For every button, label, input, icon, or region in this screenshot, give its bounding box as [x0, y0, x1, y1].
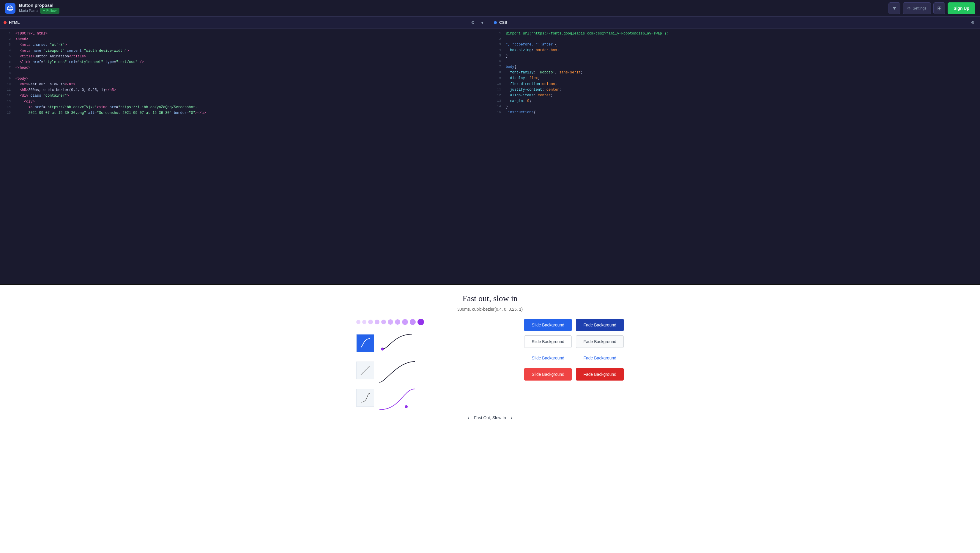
slide-bg-button-3[interactable]: Slide Background	[524, 352, 572, 364]
code-line: 14}	[490, 104, 980, 110]
html-panel-title: HTML	[9, 20, 20, 25]
code-line: 3 <meta charset="utf-8">	[0, 42, 490, 48]
code-line: 5 <title>Button Animation</title>	[0, 54, 490, 59]
curve-group-3	[356, 386, 418, 410]
html-code-area[interactable]: 1<!DOCTYPE html> 2<head> 3 <meta charset…	[0, 29, 490, 284]
preview-nav: ‹ Fast Out, Slow In ›	[468, 414, 512, 421]
project-info: Button proposal Maria Parra Follow	[19, 3, 59, 14]
heart-icon: ♥	[893, 5, 896, 11]
curve-diagram-3	[377, 386, 418, 410]
css-panel-actions: ⚙	[969, 20, 977, 25]
dot-8	[402, 319, 408, 325]
grid-icon: ⊞	[937, 5, 942, 11]
curve-diagram-2	[377, 359, 418, 382]
fade-bg-button-2[interactable]: Fade Background	[576, 335, 624, 348]
code-line: 8	[0, 71, 490, 76]
css-settings-button[interactable]: ⚙	[969, 20, 977, 25]
slide-bg-button-1[interactable]: Slide Background	[524, 319, 572, 331]
slide-bg-button-4[interactable]: Slide Background	[524, 368, 572, 381]
fade-bg-button-4[interactable]: Fade Background	[576, 368, 624, 381]
code-line: 7</head>	[0, 65, 490, 71]
topbar-actions: ♥ ⚙ Settings ⊞ Sign Up	[888, 2, 975, 14]
nav-label: Fast Out, Slow In	[474, 415, 506, 420]
dot-9	[410, 319, 416, 325]
code-line: 10 flex-direction:column;	[490, 81, 980, 87]
html-panel-header: HTML ⚙ ▼	[0, 17, 490, 29]
code-line: 1<!DOCTYPE html>	[0, 31, 490, 37]
settings-button[interactable]: ⚙ Settings	[903, 2, 931, 14]
curve-group-2	[356, 359, 418, 382]
code-line: 2<head>	[0, 37, 490, 42]
code-line: 7body{	[490, 64, 980, 70]
code-line: 10 <h2>Fast out, slow in</h2>	[0, 82, 490, 88]
code-line: 12 <div class="container">	[0, 93, 490, 99]
nav-prev-button[interactable]: ‹	[468, 414, 469, 421]
slide-bg-button-2[interactable]: Slide Background	[524, 335, 572, 348]
preview-subtitle: 300ms, cubic-bezier(0.4, 0, 0.25, 1)	[457, 307, 523, 312]
code-line: 9 display: flex;	[490, 75, 980, 81]
settings-label: Settings	[913, 6, 926, 10]
dot-5	[381, 320, 386, 324]
css-code-area[interactable]: 1@import url('https://fonts.googleapis.c…	[490, 29, 980, 284]
css-dot	[494, 21, 497, 24]
dot-4	[375, 320, 379, 324]
code-line: 11 justify-content: center;	[490, 87, 980, 93]
project-name: Button proposal	[19, 3, 59, 8]
code-line: 4 box-sizing: border-box;	[490, 48, 980, 53]
code-line: 15.instructions{	[490, 110, 980, 115]
code-line: 9<body>	[0, 76, 490, 82]
curve-thumb-1[interactable]	[356, 334, 374, 352]
css-panel-title: CSS	[499, 20, 507, 25]
html-settings-button[interactable]: ⚙	[469, 20, 477, 25]
html-panel: HTML ⚙ ▼ 1<!DOCTYPE html> 2<head> 3 <met…	[0, 17, 490, 284]
fade-bg-button-3[interactable]: Fade Background	[576, 352, 624, 364]
css-panel: CSS ⚙ 1@import url('https://fonts.google…	[490, 17, 980, 284]
code-line: 13 <div>	[0, 99, 490, 105]
dot-10	[417, 319, 424, 325]
preview-content: Slide Background Fade Background Slide B…	[356, 319, 624, 410]
buttons-grid: Slide Background Fade Background Slide B…	[524, 319, 624, 381]
dots-row	[356, 319, 424, 325]
code-line: 8 font-family: 'Roboto', sans-serif;	[490, 70, 980, 75]
dot-1	[356, 320, 360, 324]
author-name: Maria Parra	[19, 9, 38, 13]
dot-6	[388, 319, 393, 325]
signup-button[interactable]: Sign Up	[948, 2, 975, 14]
code-line: 13 margin: 0;	[490, 99, 980, 104]
grid-button[interactable]: ⊞	[933, 2, 945, 14]
editor-area: HTML ⚙ ▼ 1<!DOCTYPE html> 2<head> 3 <met…	[0, 17, 980, 285]
code-line: 3*, *::before, *::after {	[490, 42, 980, 48]
gear-icon: ⚙	[907, 6, 911, 10]
heart-button[interactable]: ♥	[888, 2, 900, 14]
curve-thumb-3[interactable]	[356, 389, 374, 407]
dot-7	[395, 319, 400, 325]
code-line: 11 <h5>300ms, cubic-bezier(0.4, 0, 0.25,…	[0, 88, 490, 93]
code-line: 4 <meta name="viewport" content="width=d…	[0, 48, 490, 54]
follow-button[interactable]: Follow	[40, 8, 60, 14]
html-dot	[3, 21, 6, 24]
preview-area: Fast out, slow in 300ms, cubic-bezier(0.…	[0, 285, 980, 553]
code-line: 5}	[490, 53, 980, 59]
dot-3	[368, 320, 373, 324]
code-line: 6	[490, 59, 980, 64]
curve-group-1	[356, 331, 418, 355]
svg-point-6	[405, 405, 408, 408]
logo	[5, 3, 16, 14]
dot-2	[362, 320, 366, 324]
preview-title: Fast out, slow in	[462, 294, 517, 303]
css-panel-header: CSS ⚙	[490, 17, 980, 29]
nav-next-button[interactable]: ›	[511, 414, 512, 421]
curve-thumb-2[interactable]	[356, 362, 374, 379]
topbar: Button proposal Maria Parra Follow ♥ ⚙ S…	[0, 0, 980, 17]
preview-animations	[356, 319, 512, 410]
code-line: 6 <link href="style.css" rel="stylesheet…	[0, 59, 490, 65]
fade-bg-button-1[interactable]: Fade Background	[576, 319, 624, 331]
code-line: 15 2021-09-07-at-15-39-30.png" alt="Scre…	[0, 110, 490, 116]
code-line: 14 <a href="https://ibb.co/vxTVjxk"><img…	[0, 105, 490, 110]
code-line: 1@import url('https://fonts.googleapis.c…	[490, 31, 980, 37]
curve-diagram-1	[377, 331, 418, 355]
html-panel-actions: ⚙ ▼	[469, 20, 486, 25]
html-collapse-button[interactable]: ▼	[479, 20, 486, 25]
code-line: 12 align-items: center;	[490, 93, 980, 99]
code-line: 2	[490, 37, 980, 42]
